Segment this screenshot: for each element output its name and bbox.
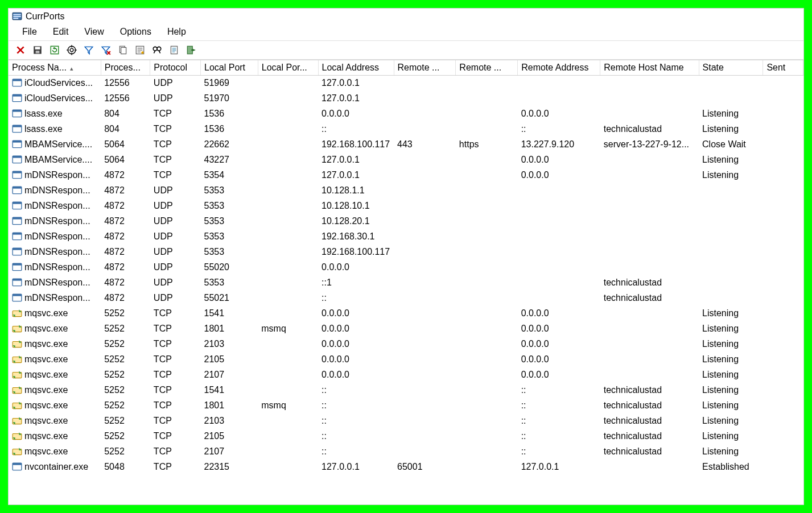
app-icon: [12, 11, 22, 22]
cell-raddr: ::: [518, 429, 600, 444]
col-sent[interactable]: Sent: [763, 60, 803, 76]
cell-pid: 5064: [101, 152, 150, 168]
cell-rportn: [456, 413, 518, 429]
cell-rportn: [456, 306, 518, 321]
filter-clear-icon[interactable]: [98, 43, 113, 57]
table-row[interactable]: lsass.exe804TCP15360.0.0.00.0.0.0Listeni…: [9, 106, 803, 122]
col-rport[interactable]: Remote ...: [394, 60, 456, 76]
table-row[interactable]: mqsvc.exe5252TCP1801msmq::::technicalust…: [9, 398, 803, 413]
cell-pid: 5252: [101, 306, 150, 321]
properties-icon[interactable]: [133, 43, 147, 57]
menu-options[interactable]: Options: [112, 26, 159, 38]
cell-rport: [394, 291, 456, 306]
table-row[interactable]: mDNSRespon...4872UDP535310.128.1.1: [9, 183, 803, 198]
cell-raddr: 0.0.0.0: [518, 306, 600, 321]
cell-rport: [394, 337, 456, 352]
find-icon[interactable]: [150, 43, 164, 57]
table-row[interactable]: mDNSRespon...4872UDP5353192.168.30.1: [9, 229, 803, 245]
cell-sent: [763, 337, 803, 352]
filter-icon[interactable]: [81, 43, 96, 57]
menu-edit[interactable]: Edit: [45, 26, 77, 38]
table-row[interactable]: mqsvc.exe5252TCP21050.0.0.00.0.0.0Listen…: [9, 352, 803, 367]
app-process-icon: [12, 462, 22, 472]
cell-proc: mDNSRespon...: [9, 183, 101, 198]
table-row[interactable]: mqsvc.exe5252TCP2107::::technicalustadLi…: [9, 444, 803, 460]
table-row[interactable]: mqsvc.exe5252TCP15410.0.0.00.0.0.0Listen…: [9, 306, 803, 321]
cell-rport: [394, 413, 456, 429]
table-row[interactable]: MBAMService....5064TCP43227127.0.0.10.0.…: [9, 152, 803, 168]
close-icon[interactable]: [13, 43, 28, 57]
col-lportn[interactable]: Local Por...: [258, 60, 318, 76]
col-rhost[interactable]: Remote Host Name: [600, 60, 699, 76]
col-rportn[interactable]: Remote ...: [456, 60, 518, 76]
table-row[interactable]: lsass.exe804TCP1536::::technicalustadLis…: [9, 122, 803, 137]
app-process-icon: [12, 124, 22, 134]
cell-laddr: 127.0.0.1: [318, 460, 394, 475]
col-laddr[interactable]: Local Address: [318, 60, 394, 76]
table-row[interactable]: mqsvc.exe5252TCP1801msmq0.0.0.00.0.0.0Li…: [9, 321, 803, 337]
table-row[interactable]: mqsvc.exe5252TCP2103::::technicalustadLi…: [9, 413, 803, 429]
table-row[interactable]: iCloudServices...12556UDP51970127.0.0.1: [9, 91, 803, 106]
table-row[interactable]: mqsvc.exe5252TCP21070.0.0.00.0.0.0Listen…: [9, 367, 803, 383]
copy-icon[interactable]: [116, 43, 130, 57]
col-raddr[interactable]: Remote Address: [518, 60, 600, 76]
cell-pid: 5252: [101, 398, 150, 413]
table-row[interactable]: mDNSRespon...4872UDP5353::1technicalusta…: [9, 275, 803, 291]
col-lport[interactable]: Local Port: [201, 60, 258, 76]
table-row[interactable]: mDNSRespon...4872UDP55021::technicalusta…: [9, 291, 803, 306]
cell-state: [699, 214, 763, 229]
cell-proto: UDP: [150, 214, 201, 229]
svg-rect-7: [35, 47, 40, 49]
cell-laddr: 127.0.0.1: [318, 152, 394, 168]
table-row[interactable]: mqsvc.exe5252TCP2105::::technicalustadLi…: [9, 429, 803, 444]
table-row[interactable]: mDNSRespon...4872UDP550200.0.0.0: [9, 260, 803, 275]
table-row[interactable]: mDNSRespon...4872TCP5354127.0.0.10.0.0.0…: [9, 168, 803, 183]
refresh-icon[interactable]: [47, 43, 62, 57]
cell-sent: [763, 321, 803, 337]
table-row[interactable]: mDNSRespon...4872UDP535310.128.10.1: [9, 198, 803, 214]
col-pid[interactable]: Proces...: [101, 60, 150, 76]
cell-raddr: 0.0.0.0: [518, 337, 600, 352]
col-proc[interactable]: Process Na...▴: [9, 60, 101, 76]
cell-proc: lsass.exe: [9, 106, 101, 122]
cell-lport: 1801: [201, 321, 258, 337]
cell-proto: UDP: [150, 198, 201, 214]
grid-wrap[interactable]: Process Na...▴Proces...ProtocolLocal Por…: [9, 60, 803, 504]
save-icon[interactable]: [30, 43, 45, 57]
menu-help[interactable]: Help: [159, 26, 194, 38]
col-proto[interactable]: Protocol: [150, 60, 201, 76]
cell-proc: MBAMService....: [9, 152, 101, 168]
html-report-icon[interactable]: [167, 43, 182, 57]
cell-raddr: [518, 76, 600, 91]
menu-file[interactable]: File: [14, 26, 45, 38]
cell-lport: 22315: [201, 460, 258, 475]
cell-raddr: 0.0.0.0: [518, 168, 600, 183]
table-row[interactable]: iCloudServices...12556UDP51969127.0.0.1: [9, 76, 803, 91]
cell-rhost: [600, 214, 699, 229]
target-icon[interactable]: [64, 43, 79, 57]
cell-proto: TCP: [150, 398, 201, 413]
cell-state: [699, 245, 763, 260]
cell-rport: [394, 91, 456, 106]
table-row[interactable]: mqsvc.exe5252TCP21030.0.0.00.0.0.0Listen…: [9, 337, 803, 352]
cell-rportn: [456, 444, 518, 460]
cell-proto: TCP: [150, 444, 201, 460]
app-process-icon: [12, 293, 22, 303]
cell-rhost: technicalustad: [600, 275, 699, 291]
menu-view[interactable]: View: [76, 26, 112, 38]
svg-rect-53: [13, 171, 22, 173]
process-name: MBAMService....: [24, 155, 92, 165]
cell-proto: TCP: [150, 306, 201, 321]
table-row[interactable]: nvcontainer.exe5048TCP22315127.0.0.16500…: [9, 460, 803, 475]
table-row[interactable]: mDNSRespon...4872UDP5353192.168.100.117: [9, 245, 803, 260]
cell-rhost: [600, 168, 699, 183]
svg-rect-55: [13, 187, 22, 188]
exit-icon[interactable]: [184, 43, 199, 57]
table-row[interactable]: MBAMService....5064TCP22662192.168.100.1…: [9, 137, 803, 152]
table-row[interactable]: mDNSRespon...4872UDP535310.128.20.1: [9, 214, 803, 229]
cell-pid: 804: [101, 106, 150, 122]
table-row[interactable]: mqsvc.exe5252TCP1541::::technicalustadLi…: [9, 383, 803, 398]
col-state[interactable]: State: [699, 60, 763, 76]
cell-sent: [763, 398, 803, 413]
process-name: MBAMService....: [24, 139, 92, 150]
